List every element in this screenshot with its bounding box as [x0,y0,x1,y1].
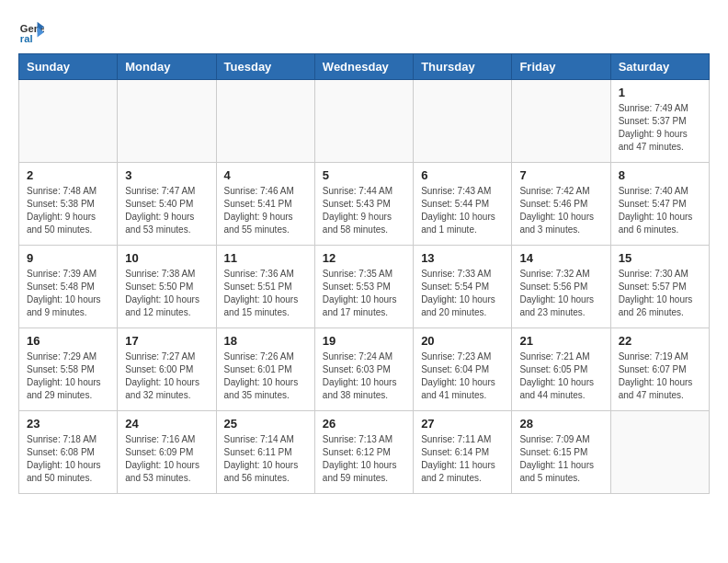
calendar-cell: 24Sunrise: 7:16 AM Sunset: 6:09 PM Dayli… [118,411,216,494]
day-info: Sunrise: 7:11 AM Sunset: 6:14 PM Dayligh… [421,433,504,485]
day-number: 12 [323,251,405,265]
day-number: 23 [27,417,109,431]
calendar-cell: 14Sunrise: 7:32 AM Sunset: 5:56 PM Dayli… [512,246,610,328]
day-info: Sunrise: 7:48 AM Sunset: 5:38 PM Dayligh… [27,185,109,236]
day-info: Sunrise: 7:18 AM Sunset: 6:08 PM Dayligh… [27,433,109,485]
calendar-cell: 15Sunrise: 7:30 AM Sunset: 5:57 PM Dayli… [610,246,709,328]
calendar-cell [216,80,314,163]
day-info: Sunrise: 7:38 AM Sunset: 5:50 PM Dayligh… [125,268,208,319]
calendar-cell: 12Sunrise: 7:35 AM Sunset: 5:53 PM Dayli… [314,246,413,328]
day-number: 6 [421,168,504,182]
day-info: Sunrise: 7:43 AM Sunset: 5:44 PM Dayligh… [421,185,504,236]
calendar-cell: 22Sunrise: 7:19 AM Sunset: 6:07 PM Dayli… [610,328,709,411]
calendar-cell: 4Sunrise: 7:46 AM Sunset: 5:41 PM Daylig… [216,163,314,246]
day-info: Sunrise: 7:24 AM Sunset: 6:03 PM Dayligh… [323,350,405,402]
day-number: 17 [125,334,208,348]
day-number: 13 [421,251,504,265]
day-info: Sunrise: 7:33 AM Sunset: 5:54 PM Dayligh… [421,268,504,319]
calendar-cell [314,80,413,163]
calendar-cell [512,80,610,163]
day-number: 10 [125,251,208,265]
day-number: 3 [125,168,208,182]
calendar-cell: 9Sunrise: 7:39 AM Sunset: 5:48 PM Daylig… [19,246,118,328]
day-info: Sunrise: 7:35 AM Sunset: 5:53 PM Dayligh… [323,268,405,319]
calendar-cell: 17Sunrise: 7:27 AM Sunset: 6:00 PM Dayli… [118,328,216,411]
day-info: Sunrise: 7:13 AM Sunset: 6:12 PM Dayligh… [323,433,405,485]
day-info: Sunrise: 7:23 AM Sunset: 6:04 PM Dayligh… [421,350,504,402]
day-number: 5 [323,168,405,182]
calendar-cell [19,80,118,163]
day-number: 20 [421,334,504,348]
logo: Gene ral [18,18,48,44]
svg-text:ral: ral [20,33,33,44]
calendar-cell [610,411,709,494]
day-info: Sunrise: 7:27 AM Sunset: 6:00 PM Dayligh… [125,350,208,402]
day-number: 14 [519,251,602,265]
day-number: 8 [619,168,701,182]
day-info: Sunrise: 7:44 AM Sunset: 5:43 PM Dayligh… [323,185,405,236]
day-number: 22 [619,334,701,348]
calendar-cell [414,80,512,163]
day-number: 27 [421,417,504,431]
day-info: Sunrise: 7:42 AM Sunset: 5:46 PM Dayligh… [519,185,602,236]
column-header-tuesday: Tuesday [216,54,314,80]
day-number: 2 [27,168,109,182]
day-info: Sunrise: 7:39 AM Sunset: 5:48 PM Dayligh… [27,268,109,319]
day-number: 24 [125,417,208,431]
calendar-cell: 7Sunrise: 7:42 AM Sunset: 5:46 PM Daylig… [512,163,610,246]
calendar-cell: 19Sunrise: 7:24 AM Sunset: 6:03 PM Dayli… [314,328,413,411]
calendar-cell [118,80,216,163]
day-number: 9 [27,251,109,265]
calendar-week-3: 9Sunrise: 7:39 AM Sunset: 5:48 PM Daylig… [19,246,710,328]
day-info: Sunrise: 7:40 AM Sunset: 5:47 PM Dayligh… [619,185,701,236]
day-info: Sunrise: 7:49 AM Sunset: 5:37 PM Dayligh… [619,102,701,154]
day-info: Sunrise: 7:14 AM Sunset: 6:11 PM Dayligh… [224,433,307,485]
day-number: 19 [323,334,405,348]
day-number: 26 [323,417,405,431]
day-info: Sunrise: 7:16 AM Sunset: 6:09 PM Dayligh… [125,433,208,485]
calendar-cell: 6Sunrise: 7:43 AM Sunset: 5:44 PM Daylig… [414,163,512,246]
day-info: Sunrise: 7:32 AM Sunset: 5:56 PM Dayligh… [519,268,602,319]
column-header-saturday: Saturday [610,54,709,80]
day-number: 21 [519,334,602,348]
day-info: Sunrise: 7:21 AM Sunset: 6:05 PM Dayligh… [519,350,602,402]
calendar-cell: 25Sunrise: 7:14 AM Sunset: 6:11 PM Dayli… [216,411,314,494]
day-number: 7 [519,168,602,182]
day-number: 4 [224,168,307,182]
header: Gene ral [18,18,710,44]
column-header-sunday: Sunday [19,54,118,80]
day-info: Sunrise: 7:30 AM Sunset: 5:57 PM Dayligh… [619,268,701,319]
calendar-week-1: 1Sunrise: 7:49 AM Sunset: 5:37 PM Daylig… [19,80,710,163]
logo-icon: Gene ral [18,18,44,44]
calendar-cell: 27Sunrise: 7:11 AM Sunset: 6:14 PM Dayli… [414,411,512,494]
day-info: Sunrise: 7:36 AM Sunset: 5:51 PM Dayligh… [224,268,307,319]
day-number: 16 [27,334,109,348]
day-number: 1 [619,86,701,99]
column-header-monday: Monday [118,54,216,80]
day-number: 18 [224,334,307,348]
day-info: Sunrise: 7:26 AM Sunset: 6:01 PM Dayligh… [224,350,307,402]
column-header-friday: Friday [512,54,610,80]
day-number: 11 [224,251,307,265]
day-info: Sunrise: 7:09 AM Sunset: 6:15 PM Dayligh… [519,433,602,485]
calendar-cell: 2Sunrise: 7:48 AM Sunset: 5:38 PM Daylig… [19,163,118,246]
day-info: Sunrise: 7:29 AM Sunset: 5:58 PM Dayligh… [27,350,109,402]
calendar-cell: 26Sunrise: 7:13 AM Sunset: 6:12 PM Dayli… [314,411,413,494]
calendar-table: SundayMondayTuesdayWednesdayThursdayFrid… [18,53,710,494]
day-number: 25 [224,417,307,431]
calendar-header-row: SundayMondayTuesdayWednesdayThursdayFrid… [19,54,710,80]
day-number: 28 [519,417,602,431]
calendar-cell: 8Sunrise: 7:40 AM Sunset: 5:47 PM Daylig… [610,163,709,246]
day-number: 15 [619,251,701,265]
calendar-cell: 18Sunrise: 7:26 AM Sunset: 6:01 PM Dayli… [216,328,314,411]
calendar-cell: 11Sunrise: 7:36 AM Sunset: 5:51 PM Dayli… [216,246,314,328]
column-header-thursday: Thursday [414,54,512,80]
calendar-cell: 5Sunrise: 7:44 AM Sunset: 5:43 PM Daylig… [314,163,413,246]
calendar-cell: 28Sunrise: 7:09 AM Sunset: 6:15 PM Dayli… [512,411,610,494]
calendar-cell: 16Sunrise: 7:29 AM Sunset: 5:58 PM Dayli… [19,328,118,411]
calendar-week-4: 16Sunrise: 7:29 AM Sunset: 5:58 PM Dayli… [19,328,710,411]
day-info: Sunrise: 7:19 AM Sunset: 6:07 PM Dayligh… [619,350,701,402]
calendar-week-2: 2Sunrise: 7:48 AM Sunset: 5:38 PM Daylig… [19,163,710,246]
day-info: Sunrise: 7:46 AM Sunset: 5:41 PM Dayligh… [224,185,307,236]
calendar-cell: 23Sunrise: 7:18 AM Sunset: 6:08 PM Dayli… [19,411,118,494]
